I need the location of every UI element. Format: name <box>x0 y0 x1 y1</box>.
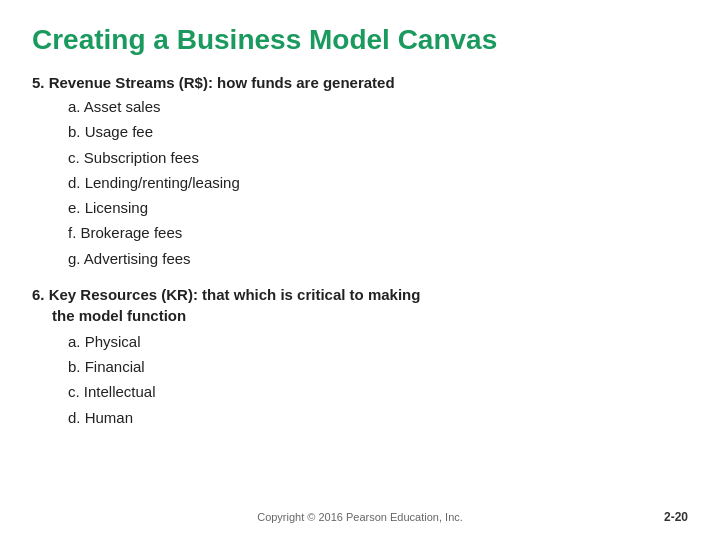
slide-content: 5. Revenue Streams (R$): how funds are g… <box>32 74 688 502</box>
section-6-heading-line1: 6. Key Resources (KR): that which is cri… <box>32 286 688 303</box>
list-item: f. Brokerage fees <box>68 221 688 244</box>
list-item: a. Physical <box>68 330 688 353</box>
section-6: 6. Key Resources (KR): that which is cri… <box>32 286 688 429</box>
list-item: b. Usage fee <box>68 120 688 143</box>
list-item: c. Intellectual <box>68 380 688 403</box>
section-5: 5. Revenue Streams (R$): how funds are g… <box>32 74 688 270</box>
slide-title: Creating a Business Model Canvas <box>32 24 688 56</box>
list-item: d. Lending/renting/leasing <box>68 171 688 194</box>
list-item: a. Asset sales <box>68 95 688 118</box>
slide-number: 2-20 <box>648 510 688 524</box>
list-item: e. Licensing <box>68 196 688 219</box>
list-item: c. Subscription fees <box>68 146 688 169</box>
copyright-text: Copyright © 2016 Pearson Education, Inc. <box>72 511 648 523</box>
list-item: d. Human <box>68 406 688 429</box>
slide: Creating a Business Model Canvas 5. Reve… <box>0 0 720 540</box>
slide-footer: Copyright © 2016 Pearson Education, Inc.… <box>32 502 688 524</box>
list-item: g. Advertising fees <box>68 247 688 270</box>
list-item: b. Financial <box>68 355 688 378</box>
section-6-heading-line2: the model function <box>52 307 688 324</box>
section-5-heading: 5. Revenue Streams (R$): how funds are g… <box>32 74 688 91</box>
